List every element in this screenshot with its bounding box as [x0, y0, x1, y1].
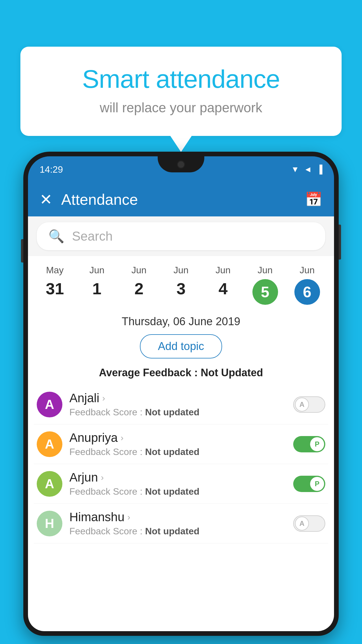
selected-date: Thursday, 06 June 2019	[28, 311, 334, 331]
toggle-thumb: A	[295, 398, 309, 412]
phone-frame: 14:29 ▼ ◄ ▐ ✕ Attendance 📅 🔍 Sea	[23, 152, 339, 636]
app-screen: ✕ Attendance 📅 🔍 Search May31Jun1Jun2Jun…	[28, 183, 334, 631]
cal-date-label: 1	[77, 279, 116, 298]
cal-month-label: Jun	[245, 265, 284, 276]
feedback-score: Feedback Score : Not updated	[69, 526, 286, 537]
cal-month-label: Jun	[77, 265, 116, 276]
feedback-score: Feedback Score : Not updated	[69, 447, 286, 457]
add-topic-button[interactable]: Add topic	[140, 334, 222, 358]
student-name: Anupriya ›	[69, 431, 286, 445]
avg-feedback: Average Feedback : Not Updated	[28, 364, 334, 385]
calendar-strip: May31Jun1Jun2Jun3Jun4Jun5Jun6	[28, 256, 334, 311]
wifi-icon: ▼	[291, 165, 299, 174]
cal-month-label: Jun	[288, 265, 327, 276]
calendar-day[interactable]: Jun1	[76, 262, 118, 308]
toggle-thumb: A	[295, 517, 309, 531]
chevron-icon: ›	[121, 433, 124, 443]
cal-date-label: 31	[35, 279, 74, 298]
cal-date-label: 2	[120, 279, 159, 298]
calendar-day[interactable]: Jun5	[244, 262, 286, 308]
search-field[interactable]: 🔍 Search	[37, 222, 325, 250]
close-button[interactable]: ✕	[40, 191, 52, 208]
speech-bubble: Smart attendance will replace your paper…	[20, 47, 342, 136]
student-avatar: A	[37, 471, 62, 497]
avg-feedback-value: Not Updated	[201, 367, 263, 379]
chevron-icon: ›	[127, 512, 130, 522]
calendar-day[interactable]: Jun6	[286, 262, 328, 308]
header-left: ✕ Attendance	[40, 191, 138, 208]
bubble-title: Smart attendance	[44, 64, 318, 94]
student-item[interactable]: AArjun ›Feedback Score : Not updatedP	[34, 464, 328, 504]
side-button-volume	[21, 239, 23, 262]
student-avatar: A	[37, 392, 62, 417]
student-item[interactable]: HHimanshu ›Feedback Score : Not updatedA	[34, 504, 328, 543]
cal-date-label: 6	[294, 279, 320, 305]
cal-month-label: Jun	[120, 265, 159, 276]
cal-date-label: 5	[252, 279, 278, 305]
status-icons: ▼ ◄ ▐	[291, 165, 322, 174]
camera	[177, 160, 185, 169]
toggle-thumb: P	[310, 477, 324, 491]
status-bar: 14:29 ▼ ◄ ▐	[28, 156, 334, 183]
student-info: Anupriya ›Feedback Score : Not updated	[69, 431, 286, 457]
student-list: AAnjali ›Feedback Score : Not updatedAAA…	[28, 385, 334, 543]
search-section: 🔍 Search	[28, 216, 334, 256]
cal-month-label: May	[35, 265, 74, 276]
attendance-toggle[interactable]: P	[293, 476, 325, 492]
bubble-subtitle: will replace your paperwork	[44, 100, 318, 116]
side-button-power	[339, 225, 341, 260]
toggle-thumb: P	[310, 437, 324, 451]
signal-icon: ◄	[304, 165, 312, 174]
student-item[interactable]: AAnjali ›Feedback Score : Not updatedA	[34, 385, 328, 424]
feedback-score: Feedback Score : Not updated	[69, 407, 286, 418]
calendar-day[interactable]: Jun3	[160, 262, 202, 308]
student-info: Himanshu ›Feedback Score : Not updated	[69, 510, 286, 537]
search-placeholder: Search	[72, 229, 113, 244]
student-info: Anjali ›Feedback Score : Not updated	[69, 391, 286, 418]
student-name: Himanshu ›	[69, 510, 286, 524]
cal-month-label: Jun	[161, 265, 201, 276]
calendar-day[interactable]: Jun4	[202, 262, 244, 308]
attendance-toggle[interactable]: A	[293, 515, 325, 532]
speech-bubble-section: Smart attendance will replace your paper…	[20, 47, 342, 136]
app-title: Attendance	[61, 191, 138, 208]
student-name: Arjun ›	[69, 470, 286, 484]
student-info: Arjun ›Feedback Score : Not updated	[69, 470, 286, 497]
student-name: Anjali ›	[69, 391, 286, 405]
feedback-score: Feedback Score : Not updated	[69, 486, 286, 497]
status-time: 14:29	[40, 164, 63, 175]
calendar-day[interactable]: May31	[34, 262, 76, 308]
chevron-icon: ›	[101, 473, 104, 482]
search-icon: 🔍	[48, 229, 64, 244]
attendance-toggle[interactable]: P	[293, 436, 325, 452]
cal-date-label: 3	[161, 279, 201, 298]
phone-container: 14:29 ▼ ◄ ▐ ✕ Attendance 📅 🔍 Sea	[23, 152, 339, 644]
chevron-icon: ›	[102, 393, 105, 403]
battery-icon: ▐	[317, 165, 322, 174]
cal-date-label: 4	[203, 279, 242, 298]
notch	[158, 156, 204, 172]
calendar-day[interactable]: Jun2	[118, 262, 160, 308]
avg-feedback-label: Average Feedback :	[99, 367, 198, 379]
student-avatar: H	[37, 511, 62, 536]
student-avatar: A	[37, 431, 62, 457]
cal-month-label: Jun	[203, 265, 242, 276]
calendar-icon[interactable]: 📅	[305, 191, 322, 208]
attendance-toggle[interactable]: A	[293, 396, 325, 413]
student-item[interactable]: AAnupriya ›Feedback Score : Not updatedP	[34, 424, 328, 464]
app-header: ✕ Attendance 📅	[28, 183, 334, 216]
